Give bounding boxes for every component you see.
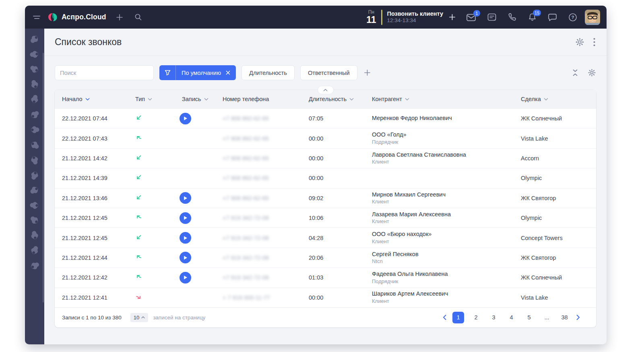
menu-icon[interactable] [32,14,41,20]
deal-name[interactable]: Olympic [514,215,596,221]
create-plus-icon[interactable] [116,14,123,21]
search-icon[interactable] [134,13,142,21]
mail-icon[interactable]: 1 [466,13,476,22]
help-icon[interactable]: ? [568,12,578,22]
play-record-button[interactable] [180,252,191,263]
chat-icon[interactable] [548,13,557,22]
table-row-6[interactable]: 21.12.2021 12:45+7 919 342-72-0810:06Лаз… [55,208,596,228]
table-row-10[interactable]: 21.12.2021 12:41+ 7 919 000-11-7700:00Ша… [55,288,596,307]
phone-number: +7 908 892-62-65 [215,175,301,181]
play-record-button[interactable] [180,232,191,244]
page-button-3[interactable]: 3 [488,312,500,323]
column-header-7[interactable]: Сделка [514,96,596,102]
per-page-select[interactable]: 10 [130,313,148,322]
user-avatar[interactable] [585,10,600,25]
table-row-8[interactable]: 21.12.2021 12:44+7 919 342-72-0820:06Сер… [55,248,596,267]
prev-page-icon[interactable] [443,315,446,320]
search-input[interactable] [55,65,154,80]
counterparty-name[interactable]: Фадеева Ольга Николавена [372,270,514,278]
deal-name[interactable]: Concept Towers [514,235,596,241]
page-button-2[interactable]: 2 [470,312,482,323]
page-button-4[interactable]: 4 [506,312,517,323]
sidebar-module-icon-7[interactable] [30,125,39,135]
add-filter-plus-icon[interactable] [364,69,371,76]
counterparty-name[interactable]: Лаврова Светлана Станиславовна [372,151,514,159]
bell-icon[interactable]: 15 [528,12,537,22]
main-content: Список звонков [44,29,607,344]
table-row-4[interactable]: 21.12.2021 14:39+7 908 892-62-6500:00Oly… [55,168,596,188]
call-duration: 04:28 [301,235,365,241]
page-kebab-menu-icon[interactable] [593,38,595,46]
sidebar-module-icon-13[interactable] [30,215,39,225]
deal-name[interactable]: Accorn [514,155,596,162]
sidebar-module-icon-8[interactable] [30,140,39,150]
play-record-button[interactable] [180,272,191,284]
remove-filter-icon[interactable] [226,65,236,80]
deal-name[interactable]: ЖК Святогор [514,195,596,201]
next-page-icon[interactable] [576,315,580,320]
app-logo[interactable]: Аспро.Cloud [47,12,106,22]
sidebar-module-icon-3[interactable] [30,64,39,74]
counterparty-name[interactable]: Меренков Федор Николаевич [372,114,514,122]
sidebar-module-icon-11[interactable] [30,185,39,195]
active-filter-chip[interactable]: По умолчанию [159,65,236,80]
column-header-1[interactable]: Начало [55,96,128,102]
sidebar-module-icon-10[interactable] [30,170,39,180]
deal-name[interactable]: Vista Lake [514,294,596,301]
sidebar-module-icon-4[interactable] [30,80,39,89]
table-row-2[interactable]: 22.12.2021 07:43+7 908 892-62-6500:00ООО… [55,128,596,148]
column-header-6[interactable]: Контрагент [365,96,514,102]
sidebar-module-icon-6[interactable] [30,110,39,120]
deal-name[interactable]: ЖК Святогор [514,255,596,261]
play-record-button[interactable] [180,113,191,124]
play-record-button[interactable] [180,212,191,224]
collapse-header-pill[interactable] [318,86,334,94]
sidebar-module-icon-9[interactable] [30,155,39,165]
page-title: Список звонков [55,37,122,48]
table-row-5[interactable]: 21.12.2021 13:46+7 908 892-62-6509:02Мир… [55,188,596,208]
column-header-4[interactable]: Номер телефона [215,96,301,102]
sidebar-module-icon-12[interactable] [30,201,39,210]
table-row-1[interactable]: 22.12.2021 07:44+7 908 892-62-6507:05Мер… [55,108,596,128]
sidebar-module-icon-15[interactable] [30,246,39,255]
counterparty-cell: Сергей ПесняковNtcn [365,251,514,265]
sort-chevron-icon [148,98,152,101]
table-row-9[interactable]: 21.12.2021 12:42+7 919 342-72-0801:03Фад… [55,267,596,287]
counterparty-name[interactable]: Лазарева Мария Алексеевна [372,211,514,219]
sidebar-module-icon-1[interactable] [30,34,39,44]
counterparty-name[interactable]: ООО «Бюро находок» [372,230,514,238]
page-button-5[interactable]: 5 [523,312,535,323]
upcoming-event[interactable]: Позвонить клиенту 12:34-13:34 [387,10,444,24]
counterparty-name[interactable]: Шариков Артем Алексеевич [372,290,514,298]
counterparty-cell: Шариков Артем АлексеевичКлиент [365,290,514,304]
page-button-1[interactable]: 1 [452,312,464,323]
deal-name[interactable]: ЖК Солнечный [514,274,596,281]
counterparty-name[interactable]: Сергей Песняков [372,251,514,259]
notes-icon[interactable] [487,13,497,22]
calendar-widget[interactable]: Пн 11 [366,10,376,25]
filter-button-responsible[interactable]: Ответственный [300,65,357,80]
add-event-icon[interactable] [449,14,456,21]
sidebar-module-icon-5[interactable] [30,95,39,104]
sidebar-module-icon-16[interactable] [30,261,39,271]
page-settings-gear-icon[interactable] [575,37,584,47]
counterparty-name[interactable]: ООО «Голд» [372,131,514,139]
play-record-button[interactable] [180,192,191,204]
collapse-rows-icon[interactable] [572,69,578,77]
table-row-7[interactable]: 21.12.2021 12:45+7 919 342-72-0804:28ООО… [55,228,596,247]
filter-button-duration[interactable]: Длительность [242,65,295,80]
column-header-2[interactable]: Тип [128,96,175,102]
column-header-3[interactable]: Запись [175,96,215,102]
deal-name[interactable]: Olympic [514,175,596,181]
deal-name[interactable]: Vista Lake [514,135,596,142]
sidebar-module-icon-2[interactable] [30,50,39,59]
sidebar-scrollbar[interactable] [43,53,44,302]
phone-icon[interactable] [508,12,517,22]
table-settings-gear-icon[interactable] [588,68,596,77]
counterparty-name[interactable]: Мирнов Михаил Сергеевич [372,191,514,199]
column-header-5[interactable]: Длительность [301,96,365,102]
table-row-3[interactable]: 21.12.2021 14:42+7 908 892-62-6500:00Лав… [55,148,596,168]
page-button-38[interactable]: 38 [559,312,570,323]
sidebar-module-icon-14[interactable] [30,231,39,240]
deal-name[interactable]: ЖК Солнечный [514,115,596,122]
